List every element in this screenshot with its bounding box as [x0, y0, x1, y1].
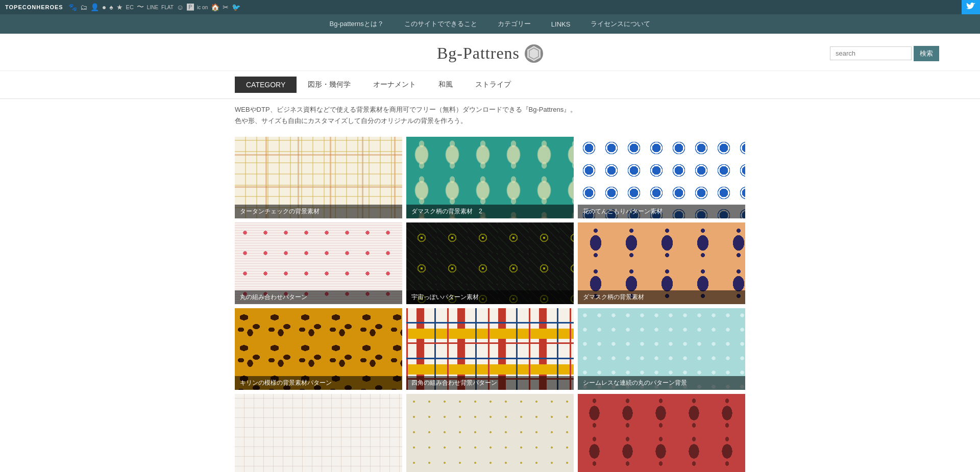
grid-item[interactable]: 宇宙っぽいパターン素材 — [406, 222, 574, 304]
site-description: WEBやDTP、ビジネス資料などで使える背景素材を商用可でフリー（無料）ダウンロ… — [235, 104, 745, 127]
top-bar-icons: 🐾 🗂 👤 ● ♠ ★ EC 〜 LINE FLAT ☺ 🅿 ic on 🏠 ✂… — [68, 3, 241, 12]
search-input[interactable] — [830, 46, 912, 60]
icon-icon-on[interactable]: ic on — [197, 5, 208, 10]
pattern-label: 花のてんこもりパターン素材 — [578, 205, 745, 218]
site-header: Bg-Pattrens 検索 — [0, 34, 980, 71]
grid-item[interactable]: 丸の組み合わせパターン — [235, 222, 402, 304]
nav-category[interactable]: カテゴリー — [498, 19, 531, 29]
icon-person[interactable]: 👤 — [90, 3, 99, 11]
site-title: Bg-Pattrens — [437, 44, 520, 63]
pattern-background — [406, 394, 574, 472]
grid-item[interactable]: 花のてんこもりパターン素材 — [578, 137, 745, 218]
icon-flat[interactable]: FLAT — [161, 5, 174, 10]
site-logo — [525, 44, 543, 63]
pattern-label: タータンチェックの背景素材 — [235, 205, 402, 218]
grid-item[interactable] — [235, 394, 402, 472]
icon-star[interactable]: ★ — [116, 3, 123, 11]
pattern-label: キリンの模様の背景素材パターン — [235, 376, 402, 390]
description-line1: WEBやDTP、ビジネス資料などで使える背景素材を商用可でフリー（無料）ダウンロ… — [235, 104, 745, 115]
grid-item[interactable]: シームレスな連続の丸のパターン背景 — [578, 308, 745, 390]
top-bar-brand: TOPECONHEROES — [5, 4, 63, 10]
twitter-button[interactable] — [962, 0, 980, 14]
tab-geometric[interactable]: 図形・幾何学 — [297, 76, 362, 93]
icon-line[interactable]: LINE — [147, 5, 158, 10]
nav-links[interactable]: LINKS — [551, 20, 571, 28]
icon-house[interactable]: 🏠 — [211, 3, 219, 11]
pattern-label: 四角の組み合わせ背景パターン — [406, 376, 574, 390]
pattern-label: ダマスク柄の背景素材 — [578, 290, 745, 304]
pattern-label: ダマスク柄の背景素材 2 — [406, 205, 574, 218]
icon-ec[interactable]: EC — [126, 4, 134, 10]
icon-folder[interactable]: 🗂 — [80, 3, 87, 11]
icon-scissors[interactable]: ✂ — [223, 3, 229, 11]
pattern-background — [235, 394, 402, 472]
icon-bird[interactable]: 🐦 — [232, 3, 240, 11]
icon-circle[interactable]: ● — [102, 3, 106, 11]
tab-category[interactable]: CATEGORY — [235, 77, 297, 93]
grid-item[interactable]: キリンの模様の背景素材パターン — [235, 308, 402, 390]
pattern-label: 宇宙っぽいパターン素材 — [406, 290, 574, 304]
tab-japanese[interactable]: 和風 — [427, 76, 464, 93]
category-nav: CATEGORY 図形・幾何学 オーナメント 和風 ストライプ — [235, 71, 745, 98]
nav-about[interactable]: Bg-patternsとは？ — [330, 19, 384, 29]
nav-features[interactable]: このサイトでできること — [404, 19, 477, 29]
grid-item[interactable] — [578, 394, 745, 472]
grid-item[interactable]: ダマスク柄の背景素材 2 — [406, 137, 574, 218]
icon-smile[interactable]: ☺ — [177, 3, 184, 11]
search-button[interactable]: 検索 — [914, 46, 939, 61]
pattern-background — [578, 394, 745, 472]
description-line2: 色や形、サイズも自由にカスタマイズして自分のオリジナルの背景を作ろう。 — [235, 115, 745, 127]
tab-ornament[interactable]: オーナメント — [362, 76, 427, 93]
search-area: 検索 — [830, 46, 939, 61]
pattern-grid: タータンチェックの背景素材ダマスク柄の背景素材 2花のてんこもりパターン素材丸の… — [235, 137, 745, 472]
grid-item[interactable] — [406, 394, 574, 472]
pattern-label: 丸の組み合わせパターン — [235, 290, 402, 304]
icon-spade[interactable]: ♠ — [109, 3, 113, 11]
main-nav: Bg-patternsとは？ このサイトでできること カテゴリー LINKS ラ… — [0, 14, 980, 34]
grid-item[interactable]: 四角の組み合わせ背景パターン — [406, 308, 574, 390]
grid-item[interactable]: ダマスク柄の背景素材 — [578, 222, 745, 304]
icon-wave[interactable]: 〜 — [137, 3, 144, 12]
icon-paw[interactable]: 🐾 — [68, 3, 77, 11]
tab-stripe[interactable]: ストライプ — [464, 76, 522, 93]
pattern-label: シームレスな連続の丸のパターン背景 — [578, 376, 745, 390]
grid-item[interactable]: タータンチェックの背景素材 — [235, 137, 402, 218]
nav-license[interactable]: ライセンスについて — [591, 19, 650, 29]
icon-parking[interactable]: 🅿 — [187, 3, 194, 11]
top-bar: TOPECONHEROES 🐾 🗂 👤 ● ♠ ★ EC 〜 LINE FLAT… — [0, 0, 980, 14]
